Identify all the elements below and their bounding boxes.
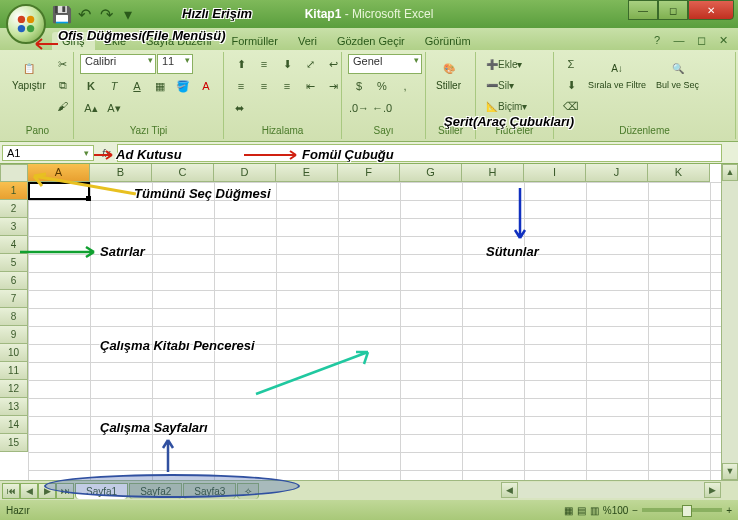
scroll-up-button[interactable]: ▲ <box>722 164 738 181</box>
align-bottom-button[interactable]: ⬇ <box>276 54 298 74</box>
maximize-button[interactable]: ◻ <box>658 0 688 20</box>
cell-grid[interactable] <box>28 182 721 480</box>
row-header-3[interactable]: 3 <box>0 218 28 236</box>
select-all-button[interactable] <box>0 164 28 182</box>
vertical-scrollbar[interactable]: ▲ ▼ <box>721 164 738 480</box>
tab-insert[interactable]: Ekle <box>95 32 136 50</box>
close-button[interactable]: ✕ <box>688 0 734 20</box>
wrap-text-button[interactable]: ↩ <box>322 54 344 74</box>
col-header-B[interactable]: B <box>90 164 152 182</box>
autosum-button[interactable]: Σ <box>560 54 582 74</box>
row-header-6[interactable]: 6 <box>0 272 28 290</box>
row-header-11[interactable]: 11 <box>0 362 28 380</box>
format-painter-icon[interactable]: 🖌 <box>52 96 74 116</box>
sheet-nav-last[interactable]: ⏭ <box>56 483 74 499</box>
office-button[interactable] <box>6 4 46 44</box>
sheet-tab-1[interactable]: Sayfa1 <box>75 483 128 499</box>
row-header-7[interactable]: 7 <box>0 290 28 308</box>
zoom-in-button[interactable]: + <box>726 505 732 516</box>
horizontal-scrollbar[interactable]: ◀ ▶ <box>501 482 721 498</box>
view-layout-icon[interactable]: ▤ <box>577 505 586 516</box>
insert-sheet-button[interactable]: ✧ <box>237 483 259 499</box>
sheet-tab-2[interactable]: Sayfa2 <box>129 483 182 499</box>
increase-indent-button[interactable]: ⇥ <box>322 76 344 96</box>
view-normal-icon[interactable]: ▦ <box>564 505 573 516</box>
fill-color-button[interactable]: 🪣 <box>172 76 194 96</box>
help-icon[interactable]: ? <box>648 32 666 48</box>
increase-decimal-button[interactable]: .0→ <box>348 98 370 118</box>
redo-icon[interactable]: ↷ <box>96 4 116 24</box>
name-box[interactable]: A1▾ <box>2 145 94 161</box>
row-header-10[interactable]: 10 <box>0 344 28 362</box>
font-name-combo[interactable]: Calibri <box>80 54 156 74</box>
percent-button[interactable]: % <box>371 76 393 96</box>
decrease-decimal-button[interactable]: ←.0 <box>371 98 393 118</box>
active-cell[interactable] <box>28 182 90 200</box>
view-pagebreak-icon[interactable]: ▥ <box>590 505 599 516</box>
sheet-nav-prev[interactable]: ◀ <box>20 483 38 499</box>
sheet-nav-next[interactable]: ▶ <box>38 483 56 499</box>
fill-button[interactable]: ⬇ <box>560 75 582 95</box>
number-format-combo[interactable]: Genel <box>348 54 422 74</box>
col-header-D[interactable]: D <box>214 164 276 182</box>
underline-button[interactable]: A <box>126 76 148 96</box>
decrease-indent-button[interactable]: ⇤ <box>299 76 321 96</box>
mdi-close-icon[interactable]: ✕ <box>714 32 732 48</box>
tab-review[interactable]: Gözden Geçir <box>327 32 415 50</box>
orientation-button[interactable]: ⤢ <box>299 54 321 74</box>
col-header-G[interactable]: G <box>400 164 462 182</box>
row-header-5[interactable]: 5 <box>0 254 28 272</box>
row-header-12[interactable]: 12 <box>0 380 28 398</box>
font-color-button[interactable]: A <box>195 76 217 96</box>
row-header-15[interactable]: 15 <box>0 434 28 452</box>
comma-button[interactable]: , <box>394 76 416 96</box>
scroll-left-button[interactable]: ◀ <box>501 482 518 498</box>
save-icon[interactable]: 💾 <box>52 4 72 24</box>
delete-cells-button[interactable]: ➖ Sil ▾ <box>482 75 518 95</box>
format-cells-button[interactable]: 📐 Biçim ▾ <box>482 96 531 116</box>
shrink-font-button[interactable]: A▾ <box>103 98 125 118</box>
zoom-slider[interactable] <box>642 508 722 512</box>
scroll-right-button[interactable]: ▶ <box>704 482 721 498</box>
minimize-button[interactable]: — <box>628 0 658 20</box>
col-header-F[interactable]: F <box>338 164 400 182</box>
mdi-minimize-icon[interactable]: — <box>670 32 688 48</box>
row-header-9[interactable]: 9 <box>0 326 28 344</box>
qat-customize-icon[interactable]: ▾ <box>118 4 138 24</box>
col-header-A[interactable]: A <box>28 164 90 182</box>
align-top-button[interactable]: ⬆ <box>230 54 252 74</box>
sheet-nav-first[interactable]: ⏮ <box>2 483 20 499</box>
grow-font-button[interactable]: A▴ <box>80 98 102 118</box>
row-header-8[interactable]: 8 <box>0 308 28 326</box>
col-header-J[interactable]: J <box>586 164 648 182</box>
align-center-button[interactable]: ≡ <box>253 76 275 96</box>
row-header-2[interactable]: 2 <box>0 200 28 218</box>
col-header-H[interactable]: H <box>462 164 524 182</box>
align-left-button[interactable]: ≡ <box>230 76 252 96</box>
tab-data[interactable]: Veri <box>288 32 327 50</box>
zoom-out-button[interactable]: − <box>632 505 638 516</box>
paste-button[interactable]: 📋 Yapıştır <box>8 54 50 93</box>
row-header-1[interactable]: 1 <box>0 182 28 200</box>
tab-page-layout[interactable]: Sayfa Düzeni <box>136 32 221 50</box>
fx-icon[interactable]: fx <box>96 147 117 159</box>
sort-filter-button[interactable]: A↓ Sırala ve Filtre <box>584 54 650 92</box>
col-header-C[interactable]: C <box>152 164 214 182</box>
clear-button[interactable]: ⌫ <box>560 96 582 116</box>
row-header-14[interactable]: 14 <box>0 416 28 434</box>
row-header-13[interactable]: 13 <box>0 398 28 416</box>
formula-input[interactable] <box>117 144 722 162</box>
align-middle-button[interactable]: ≡ <box>253 54 275 74</box>
col-header-I[interactable]: I <box>524 164 586 182</box>
copy-icon[interactable]: ⧉ <box>52 75 74 95</box>
currency-button[interactable]: $ <box>348 76 370 96</box>
merge-center-button[interactable]: ⬌ <box>230 98 249 118</box>
align-right-button[interactable]: ≡ <box>276 76 298 96</box>
tab-formulas[interactable]: Formüller <box>221 32 287 50</box>
scroll-down-button[interactable]: ▼ <box>722 463 738 480</box>
bold-button[interactable]: K <box>80 76 102 96</box>
zoom-level[interactable]: %100 <box>603 505 629 516</box>
italic-button[interactable]: T <box>103 76 125 96</box>
cut-icon[interactable]: ✂ <box>52 54 74 74</box>
tab-view[interactable]: Görünüm <box>415 32 481 50</box>
